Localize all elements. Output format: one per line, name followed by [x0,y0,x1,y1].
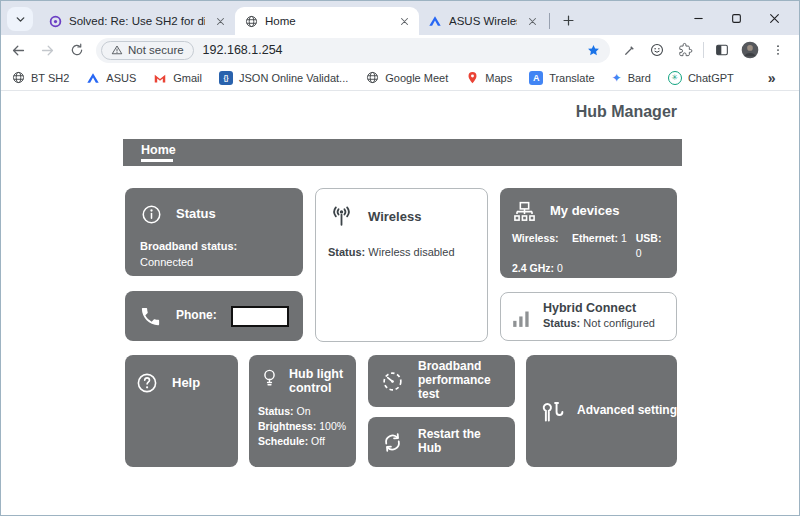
bookmark-json-validator[interactable]: {} JSON Online Validat... [219,71,348,85]
bt-community-icon [48,14,62,28]
card-title: Status [176,207,216,222]
advanced-settings-card[interactable]: Advanced settings [526,355,677,467]
bookmark-bt-sh2[interactable]: BT SH2 [11,71,69,85]
hub-light-status: Status: On Brightness: 100% Schedule: Of… [258,404,350,450]
extension-face-icon[interactable] [644,37,670,63]
minimize-icon [693,13,704,24]
site-security-chip[interactable]: Not secure [101,41,194,60]
new-tab-button[interactable] [555,7,581,33]
nav-tab-home[interactable]: Home [141,139,176,166]
main-nav: Home [123,139,682,166]
hybrid-connect-card[interactable]: Hybrid Connect Status: Not configured [500,292,677,341]
close-icon [216,17,225,26]
broadband-test-card[interactable]: Broadband performance test [368,355,515,407]
restart-hub-card[interactable]: Restart the Hub [368,417,515,467]
back-button[interactable] [5,37,32,64]
bookmark-label: ASUS [106,72,136,84]
status-card[interactable]: Status Broadband status: Connected [125,188,303,276]
wireless-card[interactable]: Wireless Status: Wireless disabled [315,188,488,342]
bookmark-translate[interactable]: A Translate [529,71,594,85]
redacted-phone-number [231,306,289,327]
maximize-icon [731,13,742,24]
extensions-puzzle-icon[interactable] [672,37,698,63]
card-title: Wireless [368,210,421,225]
chevron-down-icon [14,13,27,26]
tab-title: Solved: Re: Use SH2 for digital [69,15,205,27]
phone-label: Phone: [176,309,217,323]
card-title: My devices [550,204,619,219]
phone-icon [139,305,162,328]
kebab-menu-icon [771,43,785,57]
url-text: 192.168.1.254 [203,43,573,57]
minimize-button[interactable] [683,5,713,31]
signal-bars-icon [511,306,533,328]
devices-summary: Wireless: Ethernet: 1 USB: 0 2.4 GHz: 0 … [512,231,669,292]
card-title: Hub light control [289,367,350,396]
speedometer-icon [380,369,405,394]
asus-icon [428,14,442,28]
hub-manager-page: Hub Manager Home Status Broadband status… [1,91,799,516]
bookmark-label: Gmail [173,72,202,84]
hub-light-control-card[interactable]: Hub light control Status: On Brightness:… [249,355,356,467]
side-panel-icon[interactable] [709,37,735,63]
card-title: Advanced settings [577,404,684,418]
question-mark-icon [135,371,159,395]
bookmark-chatgpt[interactable]: ✳ ChatGPT [668,71,734,85]
tab-home[interactable]: Home [235,7,419,35]
bookmarks-overflow-button[interactable]: » [768,70,776,86]
tab-search-button[interactable] [7,7,33,31]
card-title: Hybrid Connect [543,301,655,315]
plus-icon [562,14,575,27]
browser-menu-button[interactable] [765,37,791,63]
back-arrow-icon [10,42,27,59]
chatgpt-icon: ✳ [668,71,682,85]
translate-icon: A [529,71,543,85]
card-title: Help [172,376,200,391]
hybrid-status: Status: Not configured [543,316,655,332]
tab-asus-router[interactable]: ASUS Wireless Router DSL-AX8 [419,7,547,35]
bookmark-label: Bard [628,72,651,84]
tab-forum[interactable]: Solved: Re: Use SH2 for digital [39,7,235,35]
toolbar-divider [703,42,704,58]
card-title: Restart the Hub [418,428,498,456]
close-icon [400,17,409,26]
tab-title: Home [265,15,389,27]
bookmark-label: Translate [549,72,594,84]
bookmark-google-meet[interactable]: Google Meet [365,71,448,85]
card-title: Broadband performance test [418,360,505,401]
tab-close-button[interactable] [524,13,540,29]
page-title: Hub Manager [1,103,677,121]
my-devices-card[interactable]: My devices Wireless: Ethernet: 1 USB: 0 … [500,188,677,278]
help-card[interactable]: Help [125,355,238,467]
bookmark-star-button[interactable] [582,39,604,61]
profile-avatar[interactable] [737,37,763,63]
reload-button[interactable] [63,37,90,64]
tab-close-button[interactable] [212,13,228,29]
wireless-status: Status: Wireless disabled [328,245,475,261]
broadband-status: Broadband status: Connected [140,239,293,271]
bookmark-asus[interactable]: ASUS [86,71,136,85]
bookmark-bard[interactable]: ✦ Bard [612,72,651,84]
extension-pen-icon[interactable] [616,37,642,63]
maps-pin-icon [465,71,479,85]
light-bulb-icon [258,367,281,390]
address-bar[interactable]: Not secure 192.168.1.254 [96,38,610,63]
gmail-icon [153,71,167,85]
asus-icon [86,71,100,85]
maximize-button[interactable] [721,5,751,31]
bookmark-label: JSON Online Validat... [239,72,348,84]
tab-close-button[interactable] [396,13,412,29]
bookmarks-bar: BT SH2 ASUS Gmail {} JSON Online Validat… [1,65,799,91]
bookmark-gmail[interactable]: Gmail [153,71,202,85]
forward-arrow-icon [39,42,56,59]
network-devices-icon [512,199,537,224]
active-tab-underline [141,159,173,162]
bookmark-label: ChatGPT [688,72,734,84]
tab-strip: Solved: Re: Use SH2 for digital Home ASU… [1,1,799,35]
tools-icon [538,398,565,425]
forward-button[interactable] [34,37,61,64]
phone-card[interactable]: Phone: [125,291,303,341]
close-window-button[interactable] [759,5,789,31]
bookmark-maps[interactable]: Maps [465,71,512,85]
sparkle-icon: ✦ [612,72,622,84]
